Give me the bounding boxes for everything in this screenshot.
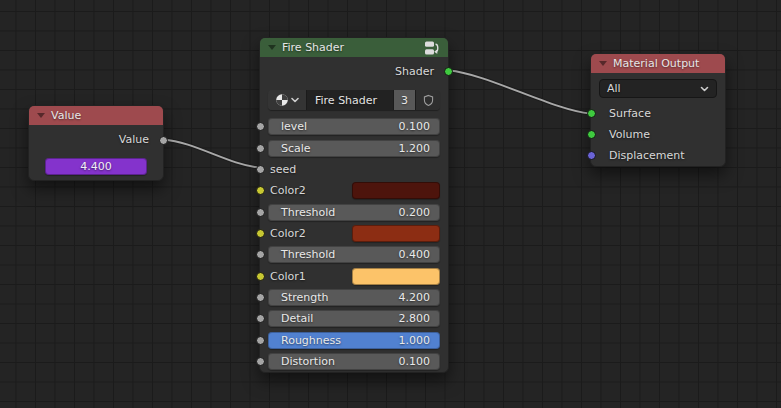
level-input-socket[interactable] — [256, 122, 265, 131]
material-name-field[interactable]: Fire Shader — [307, 90, 394, 110]
strength-slider[interactable]: Strength 4.200 — [268, 289, 440, 306]
slider-label: Strength — [268, 291, 329, 304]
slider-label: Detail — [268, 312, 313, 325]
detail-slider[interactable]: Detail 2.800 — [268, 310, 440, 327]
link-shader-to-surface-outline — [449, 71, 590, 114]
slider-value: 1.000 — [399, 334, 441, 347]
row-seed: seed — [268, 159, 440, 180]
row-color1: Color1 — [268, 265, 440, 286]
node-material-output[interactable]: Material Output All Surface Volume — [590, 53, 726, 167]
row-roughness: Roughness 1.000 — [268, 329, 440, 350]
color2-swatch[interactable] — [352, 182, 440, 199]
slider-value: 0.100 — [399, 120, 441, 133]
slider-value: 4.200 — [399, 291, 441, 304]
row-level: level 0.100 — [268, 116, 440, 137]
surface-label: Surface — [599, 107, 651, 120]
value-node-header[interactable]: Value — [29, 106, 163, 125]
threshold-input-socket[interactable] — [256, 208, 265, 217]
node-group-icon — [424, 41, 440, 55]
node-editor-canvas[interactable]: Value Value 4.400 Fire Shader — [0, 0, 781, 408]
scale-input-socket[interactable] — [256, 144, 265, 153]
collapse-triangle-icon[interactable] — [37, 113, 45, 118]
slider-label: Threshold — [268, 206, 335, 219]
material-users-count-button[interactable]: 3 — [394, 90, 416, 110]
color2-input-socket[interactable] — [256, 186, 265, 195]
color1-swatch[interactable] — [352, 268, 440, 285]
material-sphere-icon — [275, 93, 289, 107]
surface-input-socket[interactable] — [587, 109, 596, 118]
color2-input-socket[interactable] — [256, 229, 265, 238]
distortion-input-socket[interactable] — [256, 357, 265, 366]
material-output-node-header[interactable]: Material Output — [591, 54, 725, 73]
row-surface: Surface — [599, 103, 717, 124]
slider-value: 0.200 — [399, 206, 441, 219]
value-number: 4.400 — [80, 160, 112, 173]
displacement-input-socket[interactable] — [587, 151, 596, 160]
fake-user-shield-button[interactable] — [416, 90, 440, 110]
roughness-input-socket[interactable] — [256, 336, 265, 345]
node-value[interactable]: Value Value 4.400 — [28, 105, 164, 181]
threshold-input-socket[interactable] — [256, 250, 265, 259]
value-output-label: Value — [117, 133, 155, 146]
row-displacement: Displacement — [599, 145, 717, 166]
link-shader-to-surface — [449, 71, 590, 114]
chevron-down-icon — [291, 97, 299, 103]
displacement-label: Displacement — [599, 149, 685, 162]
slider-value: 0.400 — [399, 248, 441, 261]
slider-value: 0.100 — [399, 355, 441, 368]
seed-label: seed — [268, 163, 296, 176]
material-browse-dropdown[interactable] — [268, 90, 307, 110]
row-distortion: Distortion 0.100 — [268, 351, 440, 372]
node-fire-shader[interactable]: Fire Shader Shader — [259, 37, 449, 373]
color1-label: Color1 — [268, 270, 306, 283]
material-datablock-row: Fire Shader 3 — [268, 90, 440, 110]
slider-value: 2.800 — [399, 312, 441, 325]
fire-shader-node-header[interactable]: Fire Shader — [260, 38, 448, 57]
row-strength: Strength 4.200 — [268, 287, 440, 308]
color2-label: Color2 — [268, 184, 306, 197]
slider-label: Roughness — [268, 334, 341, 347]
row-color2-b: Color2 — [268, 223, 440, 244]
slider-label: Scale — [268, 142, 311, 155]
seed-input-socket[interactable] — [256, 165, 265, 174]
slider-label: level — [268, 120, 307, 133]
output-target-value: All — [607, 82, 621, 95]
threshold-slider[interactable]: Threshold 0.200 — [268, 204, 440, 221]
value-number-slider[interactable]: 4.400 — [45, 158, 147, 175]
row-detail: Detail 2.800 — [268, 308, 440, 329]
shader-output-socket[interactable] — [444, 67, 453, 76]
roughness-slider[interactable]: Roughness 1.000 — [268, 332, 440, 349]
row-threshold-a: Threshold 0.200 — [268, 201, 440, 222]
fire-shader-node-title: Fire Shader — [282, 41, 418, 54]
row-volume: Volume — [599, 124, 717, 145]
shader-output-label: Shader — [393, 65, 440, 78]
row-color2-a: Color2 — [268, 180, 440, 201]
color1-input-socket[interactable] — [256, 272, 265, 281]
slider-label: Threshold — [268, 248, 335, 261]
color2-label: Color2 — [268, 227, 306, 240]
volume-input-socket[interactable] — [587, 130, 596, 139]
scale-slider[interactable]: Scale 1.200 — [268, 140, 440, 157]
level-slider[interactable]: level 0.100 — [268, 118, 440, 135]
detail-input-socket[interactable] — [256, 314, 265, 323]
material-output-node-title: Material Output — [613, 57, 717, 70]
shield-icon — [423, 94, 434, 107]
distortion-slider[interactable]: Distortion 0.100 — [268, 353, 440, 370]
volume-label: Volume — [599, 128, 650, 141]
output-target-dropdown[interactable]: All — [599, 79, 717, 98]
slider-value: 1.200 — [399, 142, 441, 155]
slider-label: Distortion — [268, 355, 335, 368]
collapse-triangle-icon[interactable] — [268, 45, 276, 50]
chevron-down-icon — [700, 86, 709, 92]
color2-swatch[interactable] — [352, 225, 440, 242]
value-node-title: Value — [51, 109, 155, 122]
strength-input-socket[interactable] — [256, 293, 265, 302]
row-threshold-b: Threshold 0.400 — [268, 244, 440, 265]
row-scale: Scale 1.200 — [268, 137, 440, 158]
threshold-slider[interactable]: Threshold 0.400 — [268, 246, 440, 263]
value-output-socket[interactable] — [159, 136, 168, 145]
collapse-triangle-icon[interactable] — [599, 61, 607, 66]
link-value-to-seed — [164, 140, 260, 168]
link-value-to-seed-outline — [164, 140, 260, 168]
